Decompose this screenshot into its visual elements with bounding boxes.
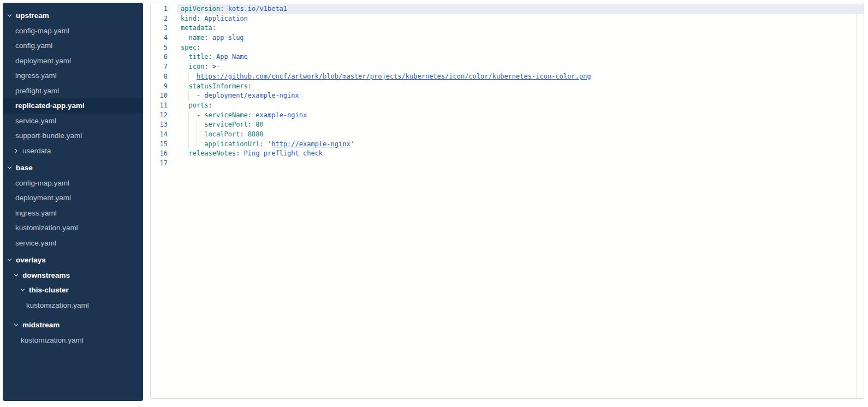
tree-item-label: support-bundle.yaml: [15, 131, 82, 140]
code-token: :: [197, 15, 204, 22]
tree-file-kustomization-yaml[interactable]: kustomization.yaml: [3, 333, 143, 348]
code-token: name: [188, 34, 204, 41]
tree-file-ingress-yaml[interactable]: ingress.yaml: [3, 68, 143, 83]
tree-file-deployment-yaml[interactable]: deployment.yaml: [3, 53, 143, 69]
tree-folder-userdata[interactable]: userdata: [3, 143, 143, 159]
code-line[interactable]: 9statusInformers:: [151, 82, 864, 92]
tree-item-label: overlays: [16, 256, 46, 264]
code-token: title: [188, 53, 208, 61]
tree-item-label: config-map.yaml: [15, 27, 69, 35]
code-token: kind: [181, 15, 197, 22]
code-line[interactable]: 3metadata:: [151, 23, 864, 33]
scrollbar-track[interactable]: [856, 3, 857, 398]
code-line-content: kind: Application: [177, 14, 864, 24]
code-link-token[interactable]: https://github.com/cncf/artwork/blob/mas…: [197, 73, 591, 80]
indent-guide: [181, 140, 181, 149]
chevron-down-icon: [14, 322, 19, 327]
code-line[interactable]: 4name: app-slug: [151, 33, 864, 43]
indent-guide: [181, 111, 181, 121]
indent-guide: [188, 111, 189, 121]
code-line-content: [177, 159, 864, 169]
code-link-token[interactable]: http://example-nginx: [271, 140, 350, 148]
code-line-content: releaseNotes: Ping preflight check: [177, 149, 864, 159]
code-token: applicationUrl: [204, 140, 259, 148]
tree-file-support-bundle-yaml[interactable]: support-bundle.yaml: [3, 128, 143, 143]
indent-guide: [188, 140, 189, 149]
code-line[interactable]: 7icon: >-: [151, 62, 864, 72]
tree-item-label: midstream: [22, 321, 60, 329]
tree-file-config-yaml[interactable]: config.yaml: [3, 38, 143, 53]
code-token: :: [220, 5, 228, 13]
code-token: app-slug: [212, 34, 244, 41]
indent-guide: [181, 149, 181, 159]
code-line-content: localPort: 8888: [177, 130, 864, 140]
code-token: localPort: [204, 130, 240, 138]
chevron-right-icon: [14, 148, 19, 153]
tree-file-deployment-yaml[interactable]: deployment.yaml: [3, 190, 143, 206]
tree-file-preflight-yaml[interactable]: preflight.yaml: [3, 83, 143, 99]
line-number: 2: [151, 14, 177, 24]
indent-guide: [181, 33, 181, 43]
code-area[interactable]: 1apiVersion: kots.io/v1beta12kind: Appli…: [151, 4, 864, 169]
tree-item-label: base: [16, 164, 33, 172]
indent-guide: [181, 82, 181, 92]
tree-file-config-map-yaml[interactable]: config-map.yaml: [3, 23, 143, 39]
tree-file-service-yaml[interactable]: service.yaml: [3, 236, 143, 251]
code-token: ports: [188, 101, 208, 109]
tree-item-label: deployment.yaml: [15, 194, 71, 202]
code-token: kots.io/v1beta1: [228, 5, 287, 13]
file-tree-sidebar: upstreamconfig-map.yamlconfig.yamldeploy…: [3, 3, 143, 401]
tree-item-label: upstream: [16, 11, 49, 20]
tree-file-kustomization-yaml[interactable]: kustomization.yaml: [3, 220, 143, 236]
tree-item-label: ingress.yaml: [15, 71, 57, 80]
code-line[interactable]: 1apiVersion: kots.io/v1beta1: [151, 4, 864, 14]
code-line[interactable]: 10- deployment/example-nginx: [151, 91, 864, 101]
code-token: :: [197, 44, 200, 51]
yaml-editor-panel: 1apiVersion: kots.io/v1beta12kind: Appli…: [150, 3, 864, 399]
line-number: 14: [151, 130, 177, 140]
code-token: 80: [255, 121, 263, 128]
indent-guide: [188, 130, 189, 140]
code-line-content: https://github.com/cncf/artwork/blob/mas…: [177, 72, 864, 82]
code-token: :: [236, 149, 243, 157]
code-line-content: metadata:: [177, 23, 864, 33]
code-token: servicePort: [204, 121, 247, 128]
line-number: 6: [151, 52, 177, 62]
code-line[interactable]: 8https://github.com/cncf/artwork/blob/ma…: [151, 72, 864, 82]
tree-folder-midstream[interactable]: midstream: [3, 318, 143, 333]
code-token: serviceName: [204, 111, 247, 119]
code-line[interactable]: 5spec:: [151, 43, 864, 53]
tree-file-service-yaml[interactable]: service.yaml: [3, 113, 143, 129]
code-line[interactable]: 14localPort: 8888: [151, 130, 864, 140]
tree-file-replicated-app-yaml[interactable]: replicated-app.yaml: [3, 98, 143, 113]
code-line[interactable]: 6title: App Name: [151, 52, 864, 62]
line-number: 10: [151, 91, 177, 101]
chevron-down-icon: [7, 13, 12, 18]
code-token: statusInformers: [188, 82, 247, 90]
code-line[interactable]: 11ports:: [151, 101, 864, 111]
tree-folder-overlays[interactable]: overlays: [3, 253, 143, 268]
code-token: spec: [181, 44, 197, 51]
code-token: Ping preflight check: [244, 149, 323, 157]
code-line[interactable]: 12- serviceName: example-nginx: [151, 111, 864, 121]
code-line-content: - serviceName: example-nginx: [177, 111, 864, 121]
code-line[interactable]: 17: [151, 159, 864, 169]
code-token: :: [248, 121, 255, 128]
code-line[interactable]: 16releaseNotes: Ping preflight check: [151, 149, 864, 159]
code-token: metadata: [181, 24, 212, 32]
line-number: 16: [151, 149, 177, 159]
tree-file-config-map-yaml[interactable]: config-map.yaml: [3, 176, 143, 191]
tree-folder-upstream[interactable]: upstream: [3, 8, 143, 23]
tree-file-kustomization-yaml[interactable]: kustomization.yaml: [3, 298, 143, 313]
tree-folder-base[interactable]: base: [3, 160, 143, 176]
tree-file-ingress-yaml[interactable]: ingress.yaml: [3, 206, 143, 221]
code-token: :: [212, 24, 216, 32]
tree-folder-this-cluster[interactable]: this-cluster: [3, 283, 143, 298]
code-line[interactable]: 13servicePort: 80: [151, 120, 864, 130]
indent-guide: [181, 91, 181, 101]
line-number: 4: [151, 33, 177, 43]
code-line[interactable]: 2kind: Application: [151, 14, 864, 24]
code-line-content: statusInformers:: [177, 82, 864, 92]
tree-folder-downstreams[interactable]: downstreams: [3, 268, 143, 283]
code-line[interactable]: 15applicationUrl: 'http://example-nginx': [151, 140, 864, 149]
